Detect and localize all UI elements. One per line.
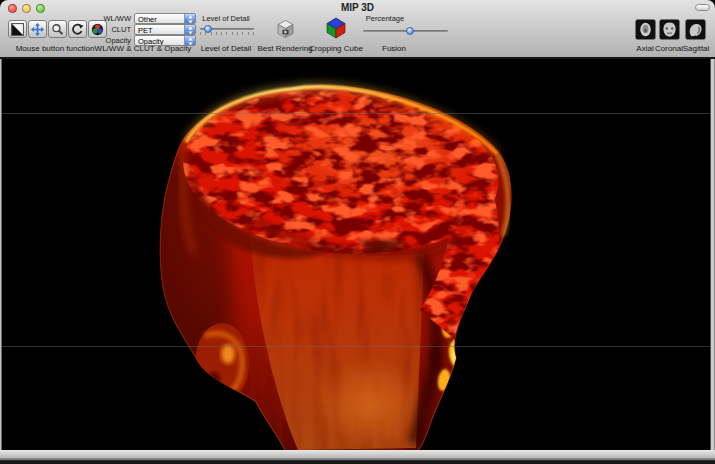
wlww-group-label: WL/WW & CLUT & Opacity — [95, 44, 192, 53]
clut-popup-value: PET — [138, 26, 153, 35]
cropping-cube-label: Cropping Cube — [309, 44, 363, 53]
rotate-tool-button[interactable] — [68, 20, 87, 38]
pan-arrows-icon — [31, 23, 44, 36]
screenshot-stage: MIP 3D — [0, 0, 715, 464]
lod-slider-label: Level of Detail — [202, 14, 250, 23]
cropping-cube-button[interactable] — [325, 16, 347, 40]
lod-group-label: Level of Detail — [201, 44, 252, 53]
magnifier-icon — [51, 23, 64, 36]
rgb-cube-icon — [325, 16, 347, 40]
clut-row: CLUT PET — [100, 24, 196, 35]
coronal-view-button[interactable] — [659, 19, 680, 40]
clut-label: CLUT — [111, 25, 131, 34]
sagittal-view-button[interactable] — [685, 19, 706, 40]
axial-slice-icon — [636, 20, 655, 39]
clut-popup[interactable]: PET — [134, 24, 196, 35]
axial-view-label: Axial — [636, 44, 653, 53]
coronal-view-label: Coronal — [655, 44, 683, 53]
best-rendering-button[interactable] — [276, 19, 295, 39]
zoom-tool-button[interactable] — [48, 20, 67, 38]
popup-arrows-icon — [184, 25, 195, 34]
window-frame-left — [0, 58, 2, 450]
sagittal-slice-icon — [686, 20, 705, 39]
rotate-icon — [71, 23, 84, 36]
window-title: MIP 3D — [0, 2, 715, 13]
mip3d-window: MIP 3D — [0, 0, 715, 464]
scanline — [0, 113, 715, 114]
window-frame-bottom — [0, 450, 715, 464]
window-chrome: MIP 3D — [0, 0, 715, 58]
wlww-popup[interactable]: Other — [134, 13, 196, 24]
scanline — [0, 346, 715, 347]
axial-view-button[interactable] — [635, 19, 656, 40]
head-volume-rendering — [0, 58, 715, 450]
render-cube-icon — [276, 19, 295, 39]
fusion-slider-track[interactable] — [363, 30, 448, 32]
fusion-slider-label: Percentage — [366, 14, 404, 23]
window-frame-right — [710, 58, 715, 450]
wlww-label: WL/WW — [104, 14, 132, 23]
fusion-group-label: Fusion — [382, 44, 406, 53]
mouse-tool-group — [8, 20, 107, 38]
lod-slider-track[interactable] — [200, 28, 254, 30]
sagittal-view-label: Sagittal — [683, 44, 710, 53]
wlww-row: WL/WW Other — [100, 13, 196, 24]
toolbar-toggle-pill[interactable] — [695, 4, 710, 11]
mouse-group-label: Mouse button function — [16, 44, 95, 53]
wlww-contrast-icon — [11, 23, 24, 36]
fusion-slider-thumb[interactable] — [406, 27, 414, 35]
wlww-contrast-tool-button[interactable] — [8, 20, 27, 38]
best-rendering-label: Best Rendering — [257, 44, 312, 53]
lod-slider-ticks — [200, 32, 254, 35]
volume-render-canvas[interactable] — [0, 58, 715, 450]
popup-arrows-icon — [184, 14, 195, 23]
wlww-popup-value: Other — [138, 15, 157, 24]
pan-tool-button[interactable] — [28, 20, 47, 38]
coronal-slice-icon — [660, 20, 679, 39]
